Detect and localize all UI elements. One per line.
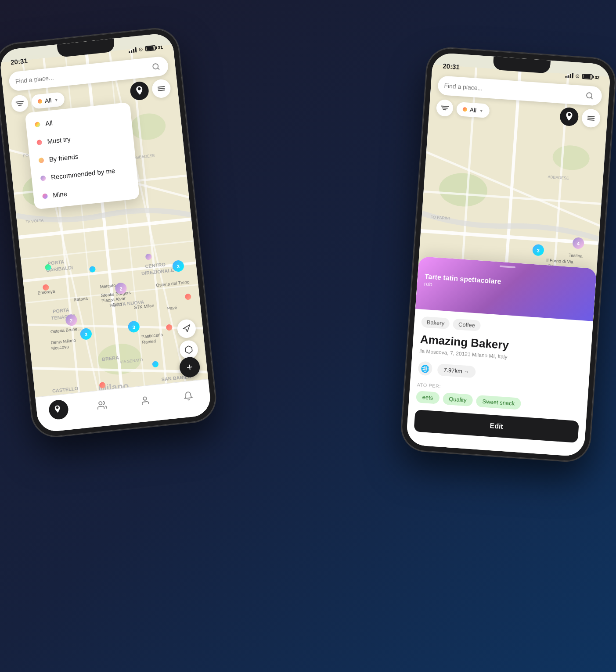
- dropdown-label-all: All: [45, 119, 53, 127]
- dropdown-label-recommended: Recommended by me: [50, 167, 115, 181]
- nav-item-map[interactable]: [48, 399, 69, 420]
- dropdown-label-by-friends: By friends: [49, 153, 79, 163]
- search-icon-1[interactable]: [149, 60, 163, 74]
- svg-point-83: [98, 401, 102, 405]
- svg-line-81: [158, 90, 165, 91]
- tag-bakery: Bakery: [421, 316, 450, 329]
- distance-pill: 7.97km →: [437, 363, 476, 378]
- battery-label-2: 32: [594, 75, 600, 80]
- place-info-row: 🌐 7.97km →: [418, 361, 582, 386]
- dropdown-label-mine: Mine: [53, 190, 68, 199]
- edit-button[interactable]: Edit: [414, 410, 579, 443]
- category-pill-2[interactable]: All ▼: [456, 102, 490, 118]
- svg-text:2: 2: [70, 318, 73, 323]
- svg-text:Testina: Testina: [569, 253, 583, 259]
- category-pill-1[interactable]: All ▼: [31, 92, 65, 109]
- nav-item-profile[interactable]: [134, 390, 155, 411]
- sheet-body: Bakery Coffee Amazing Bakery lla Moscova…: [406, 309, 593, 451]
- dot-friends: [38, 157, 44, 163]
- status-icons-1: ⊙ 31: [128, 44, 163, 54]
- dot-must: [36, 139, 42, 145]
- svg-line-126: [587, 118, 594, 119]
- globe-icon[interactable]: 🌐: [418, 361, 432, 376]
- svg-line-77: [17, 103, 22, 104]
- svg-line-127: [587, 120, 594, 120]
- chevron-down-icon-2: ▼: [479, 108, 484, 113]
- battery-1: [145, 45, 156, 51]
- phone-1: CENTRO DIREZIONALE PORTA GARIBALDI PORTA…: [0, 27, 218, 439]
- scene: CENTRO DIREZIONALE PORTA GARIBALDI PORTA…: [0, 0, 616, 672]
- chevron-down-icon-1: ▼: [54, 97, 59, 102]
- search-input-2[interactable]: [444, 82, 584, 99]
- category-dot-2: [462, 107, 467, 112]
- map-view-button-1[interactable]: [130, 81, 150, 101]
- svg-text:3: 3: [177, 264, 180, 270]
- wifi-icon-2: ⊙: [575, 73, 580, 79]
- chip-sweet-snack: Sweet snack: [476, 395, 521, 410]
- profile-nav-icon[interactable]: [134, 390, 155, 411]
- svg-line-123: [442, 108, 447, 108]
- svg-line-121: [591, 97, 592, 99]
- category-label-2: All: [469, 106, 477, 114]
- map-view-button-2[interactable]: [559, 107, 579, 126]
- dropdown-label-must-try: Must try: [47, 135, 71, 145]
- svg-text:3: 3: [84, 332, 87, 338]
- search-icon-2[interactable]: [583, 89, 596, 102]
- edit-label: Edit: [490, 422, 503, 431]
- filter-button-1[interactable]: [11, 94, 29, 113]
- phone-2: CENTRO DIREZIONALE PORTA GARIBALDI FO FA…: [400, 47, 616, 463]
- chip-eets: eets: [416, 391, 439, 404]
- status-time-2: 20:31: [443, 62, 460, 71]
- tag-coffee: Coffee: [453, 319, 481, 331]
- signal-icon-2: [565, 72, 573, 78]
- chip-quality: Quality: [442, 392, 473, 406]
- svg-line-122: [441, 106, 449, 106]
- bottom-sheet: Tarte tatin spettacolare rob Bakery Coff…: [406, 256, 597, 457]
- phone-2-screen: CENTRO DIREZIONALE PORTA GARIBALDI FO FA…: [406, 52, 611, 457]
- drag-handle[interactable]: [500, 266, 515, 269]
- list-view-button-1[interactable]: [151, 79, 171, 99]
- svg-text:3: 3: [537, 248, 540, 253]
- svg-line-79: [158, 86, 165, 87]
- map-nav-icon[interactable]: [48, 399, 69, 420]
- bell-nav-icon[interactable]: [177, 385, 198, 406]
- category-label-1: All: [44, 97, 52, 104]
- nav-item-bell[interactable]: [177, 385, 198, 406]
- dot-all: [35, 122, 40, 127]
- svg-line-76: [16, 101, 24, 102]
- phone-1-screen: CENTRO DIREZIONALE PORTA GARIBALDI PORTA…: [0, 32, 212, 433]
- svg-line-78: [19, 105, 22, 105]
- nav-item-friends[interactable]: [91, 394, 112, 415]
- battery-2: [582, 74, 593, 80]
- list-view-button-2[interactable]: [581, 108, 601, 128]
- svg-point-84: [143, 397, 146, 400]
- svg-text:3: 3: [132, 324, 135, 330]
- friends-nav-icon[interactable]: [91, 394, 112, 415]
- svg-marker-82: [183, 325, 191, 332]
- wifi-icon-1: ⊙: [138, 46, 143, 53]
- category-dot-1: [37, 99, 42, 104]
- filter-button-2[interactable]: [436, 99, 454, 117]
- battery-label-1: 31: [158, 45, 163, 50]
- dot-mine: [42, 193, 48, 199]
- svg-line-75: [158, 68, 159, 70]
- svg-text:2: 2: [119, 286, 122, 292]
- status-icons-2: ⊙ 32: [565, 72, 600, 80]
- status-time-1: 20:31: [10, 57, 28, 66]
- dropdown-menu-1: All Must try By friends Recommended by m…: [25, 102, 140, 210]
- svg-line-125: [587, 116, 594, 117]
- svg-line-80: [158, 88, 165, 89]
- signal-icon-1: [128, 47, 137, 53]
- dot-rec: [40, 175, 46, 181]
